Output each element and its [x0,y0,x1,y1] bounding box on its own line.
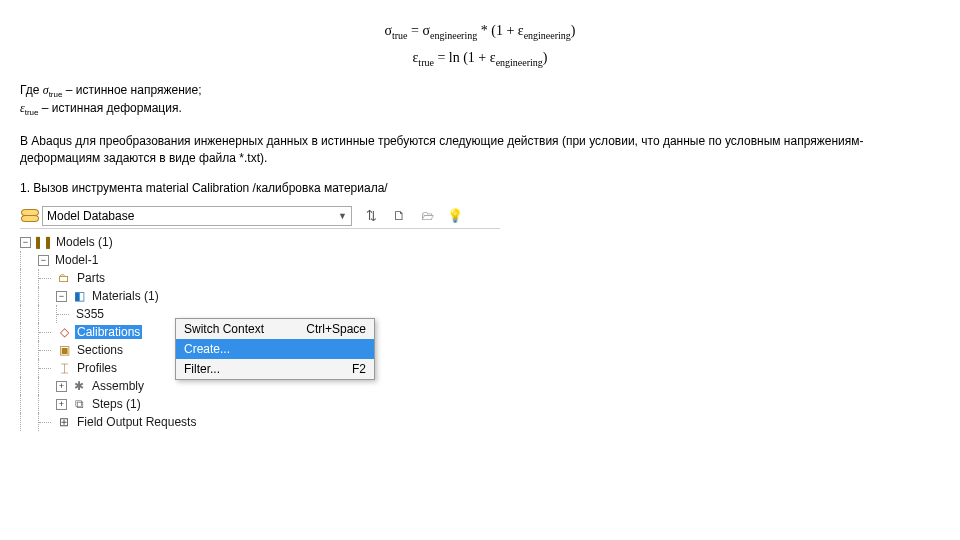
tree-toggle-steps[interactable]: + [56,399,67,410]
context-menu: Switch Context Ctrl+Space Create... Filt… [175,318,375,380]
abaqus-ui-panel: Model Database ▼ ⇅ 🗋 🗁 💡 − ❚❚ Models (1)… [20,205,500,431]
tree-node-field-output[interactable]: Field Output Requests [75,415,198,429]
menu-item-switch-context[interactable]: Switch Context Ctrl+Space [176,319,374,339]
chevron-down-icon: ▼ [338,211,347,221]
menu-label-filter: Filter... [184,362,220,376]
tree-node-calibrations[interactable]: Calibrations [75,325,142,339]
tree-node-steps[interactable]: Steps (1) [90,397,143,411]
add-file-icon[interactable]: 🗋 [390,207,408,225]
assembly-icon: ✱ [71,378,87,394]
model-database-select[interactable]: Model Database ▼ [42,206,352,226]
formula-epsilon: εtrue = ln (1 + εengineering) [20,45,940,72]
field-output-icon: ⊞ [56,414,72,430]
folder-icon[interactable]: 🗁 [418,207,436,225]
tree-node-s355[interactable]: S355 [74,307,106,321]
definition-text: Где σtrue – истинное напряжение; εtrue –… [20,82,940,119]
tree-node-model1[interactable]: Model-1 [53,253,100,267]
abaqus-paragraph: В Abaqus для преобразования инженерных д… [20,133,940,167]
materials-icon: ◧ [71,288,87,304]
menu-label-create: Create... [184,342,230,356]
bulb-icon[interactable]: 💡 [446,207,464,225]
parts-icon: 🗀 [56,270,72,286]
tree-node-profiles[interactable]: Profiles [75,361,119,375]
steps-icon: ⧉ [71,396,87,412]
calibrations-icon: ◇ [56,324,72,340]
model-toolbar: Model Database ▼ ⇅ 🗋 🗁 💡 [20,205,500,229]
tree-node-sections[interactable]: Sections [75,343,125,357]
models-icon: ❚❚ [35,234,51,250]
tree-node-parts[interactable]: Parts [75,271,107,285]
updown-arrows-icon[interactable]: ⇅ [362,207,380,225]
tree-toggle-materials[interactable]: − [56,291,67,302]
instruction-step-1: 1. Вызов инструмента material Calibratio… [20,180,940,197]
tree-toggle-models[interactable]: − [20,237,31,248]
tree-node-materials[interactable]: Materials (1) [90,289,161,303]
sections-icon: ▣ [56,342,72,358]
menu-item-create[interactable]: Create... [176,339,374,359]
formula-sigma: σtrue = σengineering * (1 + εengineering… [20,18,940,45]
menu-shortcut-switch: Ctrl+Space [306,322,366,336]
formula-block: σtrue = σengineering * (1 + εengineering… [20,18,940,72]
menu-shortcut-filter: F2 [352,362,366,376]
database-icon [20,207,38,225]
model-database-label: Model Database [47,209,134,223]
tree-node-assembly[interactable]: Assembly [90,379,146,393]
tree-toggle-assembly[interactable]: + [56,381,67,392]
menu-label-switch: Switch Context [184,322,264,336]
tree-toggle-model1[interactable]: − [38,255,49,266]
menu-item-filter[interactable]: Filter... F2 [176,359,374,379]
tree-node-models[interactable]: Models (1) [54,235,115,249]
profiles-icon: ⌶ [56,360,72,376]
